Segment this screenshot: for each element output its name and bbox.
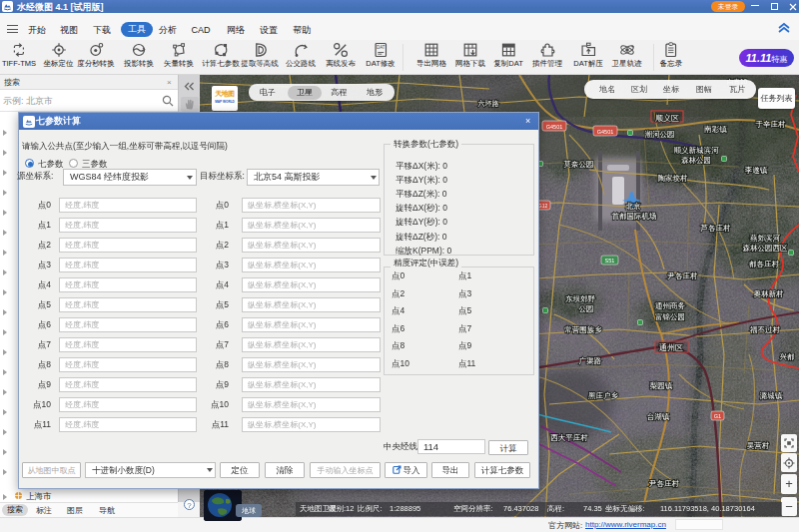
svg-text:G12: G12 (538, 203, 548, 209)
svg-text:六环路: 六环路 (478, 100, 499, 108)
svg-text:福不过村: 福不过村 (750, 325, 781, 334)
svg-text:奥林新村: 奥林新村 (754, 289, 785, 298)
svg-text:于辛庄村: 于辛庄村 (756, 120, 787, 129)
svg-text:北京: 北京 (626, 202, 642, 211)
svg-text:吴营村: 吴营村 (747, 441, 770, 450)
svg-text:都各庄村: 都各庄村 (749, 260, 780, 268)
svg-text:燕郊滨河: 燕郊滨河 (750, 234, 781, 243)
svg-text:顺义区: 顺义区 (655, 114, 679, 123)
svg-text:森林公园西区: 森林公园西区 (743, 244, 789, 253)
svg-text:DAT: DAT (377, 45, 386, 50)
svg-text:通州区: 通州区 (659, 342, 683, 352)
svg-text:首都国际机场: 首都国际机场 (612, 212, 657, 221)
svg-text:G1: G1 (714, 413, 721, 419)
svg-text:陶家坟村: 陶家坟村 (658, 174, 689, 183)
svg-text:西大平庄村: 西大平庄村 (550, 433, 588, 442)
svg-text:S51: S51 (605, 258, 615, 264)
svg-text:莫奈公园: 莫奈公园 (564, 160, 594, 169)
svg-text:通州商务: 通州商务 (655, 301, 686, 310)
svg-text:常营围族乡: 常营围族乡 (564, 325, 602, 334)
svg-text:广渠路: 广渠路 (579, 356, 602, 365)
svg-text:顺义新城滨河: 顺义新城滨河 (674, 146, 720, 155)
svg-text:兴都: 兴都 (780, 352, 796, 361)
svg-text:东坝郊野: 东坝郊野 (565, 294, 596, 303)
svg-text:尹各庄村: 尹各庄村 (667, 271, 699, 280)
svg-text:潮河公园: 潮河公园 (645, 130, 675, 139)
svg-text:富锦公园: 富锦公园 (655, 312, 685, 321)
svg-text:台湖镇: 台湖镇 (647, 412, 670, 421)
svg-text:森林公园: 森林公园 (681, 156, 711, 165)
svg-text:公园: 公园 (579, 304, 594, 313)
svg-text:芦各庄村: 芦各庄村 (701, 224, 732, 233)
svg-text:南彩镇: 南彩镇 (703, 125, 727, 134)
svg-text:黑庄户乡: 黑庄户乡 (588, 391, 619, 400)
svg-text:李遂镇: 李遂镇 (745, 166, 768, 175)
svg-text:G4501: G4501 (546, 124, 563, 130)
svg-text:尹各庄村: 尹各庄村 (648, 479, 680, 488)
svg-text:梨园镇: 梨园镇 (650, 381, 673, 390)
svg-text:潞城镇: 潞城镇 (760, 391, 783, 400)
svg-text:G4501: G4501 (597, 129, 614, 135)
